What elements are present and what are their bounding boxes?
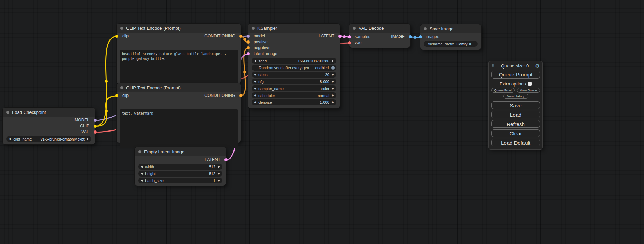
increment-arrow-icon[interactable]: ▶ (332, 101, 334, 104)
node-title-bar[interactable]: Load Checkpoint (3, 108, 95, 117)
queue-prompt-button[interactable]: Queue Prompt (491, 71, 540, 79)
decrement-arrow-icon[interactable]: ◀ (9, 138, 11, 141)
node-ksampler[interactable]: KSampler model LATENT positive negative … (248, 24, 340, 108)
widget-seed[interactable]: ◀ seed 156680208700286 ▶ (252, 58, 336, 64)
widget-sampler-name[interactable]: ◀ sampler_name euler ▶ (252, 85, 336, 91)
refresh-button[interactable]: Refresh (491, 120, 540, 128)
collapse-dot-icon[interactable] (353, 27, 356, 30)
widget-width[interactable]: ◀ width 512 ▶ (138, 164, 222, 170)
clear-button[interactable]: Clear (491, 129, 540, 137)
decrement-arrow-icon[interactable]: ◀ (254, 101, 256, 104)
input-port-latent-image[interactable] (247, 52, 250, 55)
load-button[interactable]: Load (491, 111, 540, 118)
input-label: clip (122, 93, 129, 99)
output-port-conditioning[interactable] (239, 94, 242, 97)
input-port-model[interactable] (247, 35, 250, 38)
widget-cfg[interactable]: ◀ cfg 8.000 ▶ (252, 79, 336, 84)
node-title-bar[interactable]: Empty Latent Image (135, 147, 226, 156)
extra-options-checkbox[interactable] (528, 82, 532, 86)
output-port-clip[interactable] (94, 125, 97, 128)
widget-value: enabled (315, 66, 329, 70)
decrement-arrow-icon[interactable]: ◀ (254, 80, 256, 83)
output-port-model[interactable] (94, 119, 97, 122)
input-port-samples[interactable] (348, 35, 351, 38)
decrement-arrow-icon[interactable]: ◀ (141, 179, 143, 182)
widget-name: Random seed after every gen (259, 66, 309, 70)
widget-filename-prefix[interactable]: filename_prefix ComfyUI (424, 41, 478, 47)
negative-prompt-textarea[interactable]: text, watermark (120, 109, 238, 148)
output-port-conditioning[interactable] (239, 35, 242, 38)
queue-actions-row: Queue Front View Queue (491, 88, 540, 93)
input-port-clip[interactable] (115, 35, 118, 38)
queue-front-button[interactable]: Queue Front (491, 88, 515, 93)
widget-scheduler[interactable]: ◀ scheduler normal ▶ (252, 92, 336, 98)
collapse-dot-icon[interactable] (120, 27, 123, 30)
widget-ckpt-name[interactable]: ◀ ckpt_name v1-5-pruned-emaonly.ckpt ▶ (6, 136, 91, 142)
node-title-bar[interactable]: VAE Decode (349, 24, 410, 33)
decrement-arrow-icon[interactable]: ◀ (254, 60, 256, 62)
increment-arrow-icon[interactable]: ▶ (218, 179, 220, 182)
settings-gear-icon[interactable]: ⚙ (535, 63, 540, 69)
node-title-bar[interactable]: CLIP Text Encode (Prompt) (117, 24, 241, 33)
collapse-dot-icon[interactable] (138, 150, 141, 153)
node-empty-latent-image[interactable]: Empty Latent Image LATENT ◀ width 512 ▶ … (135, 147, 226, 186)
widget-random-seed-toggle[interactable]: Random seed after every gen enabled (252, 65, 336, 71)
decrement-arrow-icon[interactable]: ◀ (254, 94, 256, 97)
increment-arrow-icon[interactable]: ▶ (332, 60, 334, 62)
widget-value: 1 (213, 179, 215, 183)
node-load-checkpoint[interactable]: Load Checkpoint MODEL CLIP VAE ◀ ckpt_na… (3, 108, 95, 144)
input-port-negative[interactable] (247, 46, 250, 49)
increment-arrow-icon[interactable]: ▶ (218, 172, 220, 175)
output-port-latent[interactable] (224, 158, 228, 161)
increment-arrow-icon[interactable]: ▶ (332, 73, 334, 76)
decrement-arrow-icon[interactable]: ◀ (141, 172, 143, 175)
view-queue-button[interactable]: View Queue (517, 88, 540, 93)
input-label: clip (122, 33, 129, 39)
node-title: KSampler (257, 26, 277, 31)
widget-steps[interactable]: ◀ steps 20 ▶ (252, 72, 336, 78)
node-title-bar[interactable]: Save Image (420, 24, 481, 33)
output-label: LATENT (319, 33, 334, 39)
positive-prompt-textarea[interactable]: beautiful scenery nature glass bottle la… (120, 50, 238, 86)
increment-arrow-icon[interactable]: ▶ (332, 94, 334, 97)
collapse-dot-icon[interactable] (6, 111, 9, 114)
increment-arrow-icon[interactable]: ▶ (87, 138, 89, 141)
output-port-image[interactable] (409, 35, 412, 38)
node-vae-decode[interactable]: VAE Decode samples IMAGE vae (349, 24, 410, 48)
input-port-clip[interactable] (115, 94, 118, 97)
widget-name: seed (258, 59, 267, 63)
increment-arrow-icon[interactable]: ▶ (332, 80, 334, 83)
widget-height[interactable]: ◀ height 512 ▶ (138, 171, 222, 177)
widget-name: width (145, 165, 154, 169)
node-title-bar[interactable]: KSampler (248, 24, 340, 33)
output-port-latent[interactable] (338, 35, 342, 38)
menu-drag-handle-icon[interactable]: ⠿ (492, 64, 495, 69)
input-port-vae[interactable] (348, 41, 351, 44)
collapse-dot-icon[interactable] (120, 86, 123, 89)
input-port-images[interactable] (419, 35, 422, 38)
node-clip-text-encode-positive[interactable]: CLIP Text Encode (Prompt) clip CONDITION… (117, 24, 241, 84)
input-label: images (426, 34, 439, 40)
collapse-dot-icon[interactable] (424, 27, 427, 30)
widget-denoise[interactable]: ◀ denoise 1.000 ▶ (252, 99, 336, 105)
graph-canvas[interactable]: Load Checkpoint MODEL CLIP VAE ◀ ckpt_na… (0, 0, 644, 244)
decrement-arrow-icon[interactable]: ◀ (254, 73, 256, 76)
increment-arrow-icon[interactable]: ▶ (218, 165, 220, 168)
load-default-button[interactable]: Load Default (491, 139, 540, 146)
save-button[interactable]: Save (491, 101, 540, 109)
input-port-positive[interactable] (247, 40, 250, 44)
node-clip-text-encode-negative[interactable]: CLIP Text Encode (Prompt) clip CONDITION… (117, 83, 241, 143)
view-history-button[interactable]: View History (503, 94, 528, 99)
decrement-arrow-icon[interactable]: ◀ (141, 165, 143, 168)
collapse-dot-icon[interactable] (252, 27, 255, 30)
toggle-knob-icon[interactable] (331, 66, 335, 70)
decrement-arrow-icon[interactable]: ◀ (254, 87, 256, 90)
output-label: CONDITIONING (204, 93, 235, 99)
slot-row: samples IMAGE (349, 34, 410, 40)
widget-batch-size[interactable]: ◀ batch_size 1 ▶ (138, 178, 222, 183)
increment-arrow-icon[interactable]: ▶ (332, 87, 334, 90)
node-save-image[interactable]: Save Image images filename_prefix ComfyU… (420, 24, 481, 50)
node-title-bar[interactable]: CLIP Text Encode (Prompt) (117, 83, 241, 92)
queue-menu-panel: ⠿ Queue size: 0 ⚙ Queue Prompt Extra opt… (488, 61, 543, 150)
output-port-vae[interactable] (94, 130, 97, 134)
